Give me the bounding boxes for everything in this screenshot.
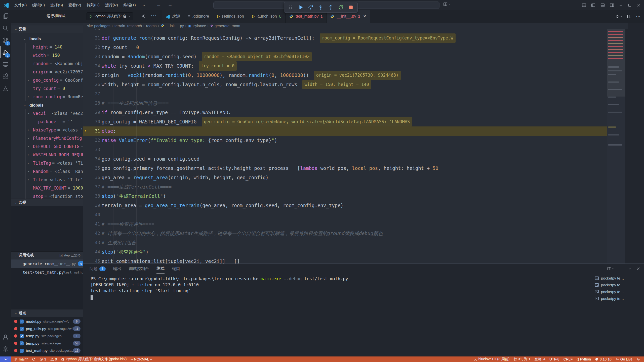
variable-row[interactable]: MAX_TRY_COUNT = 1000 xyxy=(25,184,83,192)
variable-group[interactable]: ⌄locals xyxy=(11,35,83,43)
panel-tab-端口[interactable]: 端口 xyxy=(172,264,180,274)
close-tab-icon[interactable]: ✕ xyxy=(363,14,366,19)
variable-row[interactable]: __package__ = '' xyxy=(25,118,83,126)
status-eol[interactable]: CRLF xyxy=(561,357,575,361)
continue-button[interactable] xyxy=(297,3,305,11)
terminal-instance[interactable]: pocketpy te… xyxy=(595,288,640,295)
restart-button[interactable] xyxy=(337,3,345,11)
breadcrumb-item[interactable]: Pylance xyxy=(193,24,206,28)
breadcrumb-item[interactable]: terrain_research xyxy=(114,24,142,28)
minimap[interactable] xyxy=(607,29,625,263)
code-line-39[interactable]: 39 terrain_area = geo_area_to_terrain(ge… xyxy=(83,201,625,210)
variable-row[interactable]: ›geo_config = GeoConfig(seed=None, wor… xyxy=(25,76,83,84)
code-line-27[interactable]: 27 xyxy=(83,89,625,99)
breakpoint-row[interactable]: png_utils.pysite-packages\wfc11 xyxy=(11,325,83,332)
variable-row[interactable]: try_count = 0 xyxy=(25,84,83,93)
breadcrumb-item[interactable]: generate_room xyxy=(215,24,240,28)
toggle-panel-icon[interactable] xyxy=(600,3,605,7)
code-line-35[interactable]: 35 geo_config.primary_forces.geothermal_… xyxy=(83,164,625,173)
status-vim-mode[interactable]: -- NORMAL -- xyxy=(129,357,154,361)
code-line-33[interactable]: 33 xyxy=(83,145,625,154)
panel-tab-终端[interactable]: 终端 xyxy=(156,264,165,274)
breakpoint-row[interactable]: test_math.pysite-packages\terrain_res…16 xyxy=(11,347,83,354)
status-cursor-position[interactable]: 行 31, 列 1 xyxy=(511,357,532,361)
code-line-31[interactable]: ➤31 else: xyxy=(83,126,625,136)
panel-tab-输出[interactable]: 输出 xyxy=(113,264,121,274)
code-line-36[interactable]: 36 geo_area = request_area(origin, width… xyxy=(83,173,625,182)
stop-button[interactable] xyxy=(347,3,355,11)
menu-item[interactable]: 运行(R) xyxy=(102,2,121,9)
menu-item[interactable]: 编辑(E) xyxy=(29,2,48,9)
customize-layout-icon[interactable] xyxy=(582,3,586,7)
more-actions-icon[interactable]: ··· xyxy=(636,14,640,19)
menu-item[interactable]: 终端(T) xyxy=(121,2,139,9)
variable-row[interactable]: ›room_config = RoomRequestConfig(env_t… xyxy=(25,93,83,101)
run-python-file-button[interactable] xyxy=(616,14,623,19)
code-line-38[interactable]: 38 step("生成TerrainCell") xyxy=(83,192,625,201)
code-line-22[interactable]: 22 try_count = 0 xyxy=(83,43,625,52)
activity-search[interactable] xyxy=(0,22,11,34)
terminal-instance[interactable]: pocketpy te… xyxy=(595,275,640,282)
code-line-43[interactable]: 43 # 生成出口组合 xyxy=(83,238,625,247)
code-line-28[interactable]: 28 # ====生成初始地理信息==== xyxy=(83,99,625,108)
status-git-sync[interactable] xyxy=(30,357,37,361)
toggle-secondary-sidebar-icon[interactable] xyxy=(610,3,614,7)
status-notifications[interactable] xyxy=(634,357,642,361)
breakpoint-checkbox[interactable] xyxy=(20,341,24,345)
run-file-icon[interactable] xyxy=(616,14,620,19)
status-python-version[interactable]: 3.10.10 xyxy=(593,357,614,361)
variable-row[interactable]: ›Tile = <class 'Tile'> xyxy=(25,176,83,184)
terminal-instance[interactable]: pocketpy te… xyxy=(595,295,640,302)
status-git-branch[interactable]: main* xyxy=(12,357,30,361)
layout-dropdown[interactable] xyxy=(443,2,451,6)
panel-tab-问题[interactable]: 问题3 xyxy=(90,264,106,274)
code-line-42[interactable]: 42 # 计算每一个出口的中心，然后使用astar生成路径，确保每一个出口组合都… xyxy=(83,229,625,238)
variable-row[interactable]: ›PlanetaryWindConfig = <class 'Planeta… xyxy=(25,134,83,143)
stack-frame[interactable]: test/test_math.pytest_math.py16:1 xyxy=(11,268,83,277)
status-debug-session[interactable]: Python 调试程序: 启动文件 (godot-ldtk) xyxy=(59,357,129,361)
grid-layout-icon[interactable] xyxy=(443,2,448,6)
variable-group[interactable]: ⌄globals xyxy=(11,101,83,109)
variable-row[interactable]: width = 150 xyxy=(25,51,83,60)
more-actions-icon[interactable]: ··· xyxy=(151,13,157,18)
panel-more-actions-icon[interactable]: ··· xyxy=(619,266,624,272)
menu-item[interactable]: ··· xyxy=(139,2,148,9)
breakpoint-row[interactable]: temp.pysite-packages58 xyxy=(11,340,83,347)
breakpoint-checkbox[interactable] xyxy=(20,327,24,331)
step-over-button[interactable] xyxy=(307,3,315,11)
terminal-instance[interactable]: pocketpy te… xyxy=(595,282,640,288)
split-terminal-button[interactable] xyxy=(607,267,615,271)
activity-explorer[interactable] xyxy=(0,10,11,22)
start-debug-icon[interactable] xyxy=(89,14,93,18)
toggle-sidebar-icon[interactable] xyxy=(591,3,595,7)
split-terminal-icon[interactable] xyxy=(607,267,611,271)
step-out-button[interactable] xyxy=(327,3,335,11)
variable-row[interactable]: random = <Random object at 0x1bf9d01e… xyxy=(25,60,83,68)
status-language-mode[interactable]: {} Python xyxy=(575,357,593,361)
breadcrumb-item[interactable]: __init__.py xyxy=(166,24,184,28)
code-line-40[interactable]: 40 xyxy=(83,210,625,219)
activity-testing[interactable] xyxy=(0,82,11,95)
maximize-panel-icon[interactable] xyxy=(628,267,632,271)
variable-row[interactable]: ›vec2i = <class 'vec2i'> xyxy=(25,109,83,118)
minimap-slider[interactable] xyxy=(607,29,625,97)
breakpoint-checkbox[interactable] xyxy=(20,349,24,353)
panel-tab-调试控制台[interactable]: 调试控制台 xyxy=(129,264,149,274)
code-line-44[interactable]: 44 step("检查连通性") xyxy=(83,247,625,257)
status-warnings[interactable]: 0 xyxy=(48,357,59,361)
code-line-25[interactable]: 25 origin = vec2i(random.randint(0, 1000… xyxy=(83,71,625,80)
close-panel-icon[interactable] xyxy=(636,267,640,270)
status-git-author[interactable]: blueloveTH (3 周前) xyxy=(472,357,512,361)
step-into-button[interactable] xyxy=(317,3,325,11)
code-editor[interactable]: 2021def generate_room(room_config: RoomR… xyxy=(83,29,625,263)
variable-row[interactable]: ›Random = <class 'Random'> xyxy=(25,167,83,176)
breakpoint-row[interactable]: model.pysite-packages\wfc6 xyxy=(11,318,83,325)
activity-remote-explorer[interactable] xyxy=(0,58,11,70)
breakpoints-section-header[interactable]: ⌄断点 xyxy=(11,309,83,317)
breadcrumb-item[interactable]: site-packages xyxy=(87,24,110,28)
forward-icon[interactable]: → xyxy=(168,2,173,8)
code-line-20[interactable]: 20 xyxy=(83,29,625,33)
back-icon[interactable]: ← xyxy=(156,2,161,8)
code-line-24[interactable]: 24 while try_count < MAX_TRY_COUNT:try_c… xyxy=(83,61,625,71)
variable-row[interactable]: ›TileTag = <class 'TileTag'> xyxy=(25,159,83,167)
